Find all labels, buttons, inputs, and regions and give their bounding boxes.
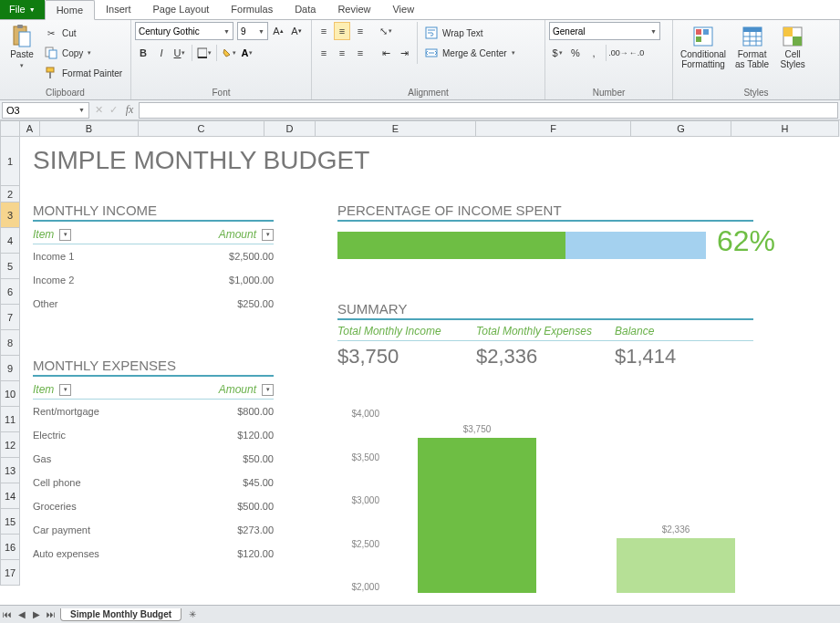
align-middle-button[interactable]: ≡ bbox=[334, 22, 350, 40]
underline-button[interactable]: U▾ bbox=[171, 44, 188, 62]
new-sheet-button[interactable]: ✳ bbox=[185, 609, 200, 619]
filter-icon[interactable]: ▾ bbox=[59, 384, 71, 396]
tab-view[interactable]: View bbox=[381, 0, 425, 19]
comma-button[interactable]: , bbox=[586, 44, 602, 62]
filter-icon[interactable]: ▾ bbox=[262, 229, 274, 241]
border-button[interactable]: ▾ bbox=[196, 44, 213, 62]
align-center-button[interactable]: ≡ bbox=[334, 44, 350, 62]
row-header[interactable]: 15 bbox=[0, 509, 20, 535]
decrease-decimal-button[interactable]: ←.0 bbox=[628, 44, 645, 62]
row-header[interactable]: 17 bbox=[0, 560, 20, 586]
sheet-tab-active[interactable]: Simple Monthly Budget bbox=[60, 608, 181, 621]
row-header[interactable]: 1 bbox=[0, 137, 20, 186]
table-row[interactable]: Car payment$273.00 bbox=[33, 518, 274, 542]
table-row[interactable]: Electric$120.00 bbox=[33, 423, 274, 447]
wrap-text-button[interactable]: Wrap Text bbox=[422, 24, 517, 42]
sheet-nav-next[interactable]: ▶ bbox=[29, 609, 44, 619]
table-label: Format as Table bbox=[735, 49, 769, 69]
fx-icon[interactable]: fx bbox=[120, 103, 139, 117]
format-as-table-button[interactable]: Format as Table bbox=[731, 22, 773, 71]
table-row[interactable]: Cell phone$45.00 bbox=[33, 471, 274, 494]
decrease-indent-button[interactable]: ⇤ bbox=[378, 44, 394, 62]
increase-font-button[interactable]: A▴ bbox=[270, 22, 286, 40]
format-as-table-icon bbox=[741, 24, 763, 49]
col-header[interactable]: D bbox=[264, 120, 316, 137]
font-size-combo[interactable]: 9▼ bbox=[237, 22, 268, 40]
sheet-nav-first[interactable]: ⏮ bbox=[0, 609, 15, 619]
align-left-button[interactable]: ≡ bbox=[316, 44, 332, 62]
table-row[interactable]: Rent/mortgage$800.00 bbox=[33, 400, 274, 423]
row-header[interactable]: 4 bbox=[0, 228, 20, 254]
filter-icon[interactable]: ▾ bbox=[262, 384, 274, 396]
conditional-formatting-button[interactable]: Conditional Formatting bbox=[677, 22, 730, 71]
sheet-nav-last[interactable]: ⏭ bbox=[44, 609, 58, 619]
row-header[interactable]: 7 bbox=[0, 305, 20, 330]
orientation-button[interactable]: ⤡▾ bbox=[378, 22, 394, 40]
row-header[interactable]: 8 bbox=[0, 330, 20, 356]
row-header[interactable]: 11 bbox=[0, 407, 20, 432]
merge-center-button[interactable]: Merge & Center▾ bbox=[422, 44, 517, 62]
increase-indent-button[interactable]: ⇥ bbox=[396, 44, 412, 62]
cell-styles-label: Cell Styles bbox=[781, 49, 805, 69]
enter-icon[interactable]: ✓ bbox=[106, 104, 120, 116]
table-row[interactable]: Other$250.00 bbox=[33, 292, 274, 316]
tab-home[interactable]: Home bbox=[45, 0, 95, 20]
row-header[interactable]: 13 bbox=[0, 458, 20, 483]
table-row[interactable]: Income 1$2,500.00 bbox=[33, 244, 274, 268]
currency-button[interactable]: $▾ bbox=[549, 44, 565, 62]
col-header[interactable]: B bbox=[40, 120, 139, 137]
paste-button[interactable]: Paste▾ bbox=[4, 22, 40, 72]
col-header[interactable]: A bbox=[20, 120, 40, 137]
filter-icon[interactable]: ▾ bbox=[59, 229, 71, 241]
col-header[interactable]: E bbox=[316, 120, 476, 137]
tab-page-layout[interactable]: Page Layout bbox=[142, 0, 221, 19]
table-row[interactable]: Income 2$1,000.00 bbox=[33, 268, 274, 292]
tab-insert[interactable]: Insert bbox=[95, 0, 142, 19]
tab-data[interactable]: Data bbox=[284, 0, 327, 19]
bold-button[interactable]: B bbox=[135, 44, 151, 62]
cell-styles-button[interactable]: Cell Styles bbox=[774, 22, 811, 71]
table-row[interactable]: Groceries$500.00 bbox=[33, 494, 274, 518]
cut-button[interactable]: ✂ Cut bbox=[42, 24, 124, 42]
col-header[interactable]: C bbox=[139, 120, 264, 137]
align-right-button[interactable]: ≡ bbox=[352, 44, 368, 62]
row-header[interactable]: 12 bbox=[0, 432, 20, 458]
select-all-corner[interactable] bbox=[0, 120, 20, 137]
table-row[interactable]: Auto expenses$120.00 bbox=[33, 542, 274, 566]
row-header[interactable]: 9 bbox=[0, 356, 20, 381]
italic-button[interactable]: I bbox=[153, 44, 170, 62]
decrease-font-button[interactable]: A▾ bbox=[288, 22, 305, 40]
align-top-button[interactable]: ≡ bbox=[316, 22, 332, 40]
row-header[interactable]: 5 bbox=[0, 254, 20, 279]
table-row[interactable]: Gas$50.00 bbox=[33, 447, 274, 471]
cancel-icon[interactable]: ✕ bbox=[91, 104, 106, 116]
increase-decimal-button[interactable]: .00→ bbox=[610, 44, 627, 62]
tab-formulas[interactable]: Formulas bbox=[220, 0, 284, 19]
row-header[interactable]: 2 bbox=[0, 186, 20, 202]
formula-input[interactable] bbox=[139, 102, 838, 119]
file-label: File bbox=[9, 4, 26, 15]
tab-review[interactable]: Review bbox=[327, 0, 381, 19]
fill-color-button[interactable]: ▾ bbox=[221, 44, 237, 62]
row-header[interactable]: 14 bbox=[0, 483, 20, 509]
cond-label: Conditional Formatting bbox=[680, 49, 726, 69]
font-name-combo[interactable]: Century Gothic▼ bbox=[135, 22, 233, 40]
font-color-button[interactable]: A▾ bbox=[239, 44, 255, 62]
col-header[interactable]: F bbox=[476, 120, 631, 137]
col-header[interactable]: H bbox=[731, 120, 839, 137]
name-box[interactable]: O3▼ bbox=[2, 102, 89, 119]
col-header[interactable]: G bbox=[631, 120, 731, 137]
number-format-combo[interactable]: General▼ bbox=[549, 22, 660, 40]
percent-button[interactable]: % bbox=[567, 44, 584, 62]
row-header[interactable]: 6 bbox=[0, 279, 20, 305]
row-header[interactable]: 10 bbox=[0, 381, 20, 407]
file-tab[interactable]: File ▼ bbox=[0, 0, 45, 19]
copy-button[interactable]: Copy▾ bbox=[42, 44, 124, 62]
align-bottom-button[interactable]: ≡ bbox=[352, 22, 368, 40]
scissors-icon: ✂ bbox=[44, 26, 58, 40]
styles-group-label: Styles bbox=[677, 88, 835, 99]
row-header[interactable]: 16 bbox=[0, 535, 20, 560]
format-painter-button[interactable]: Format Painter bbox=[42, 64, 124, 82]
row-header[interactable]: 3 bbox=[0, 202, 20, 228]
sheet-nav-prev[interactable]: ◀ bbox=[15, 609, 29, 619]
